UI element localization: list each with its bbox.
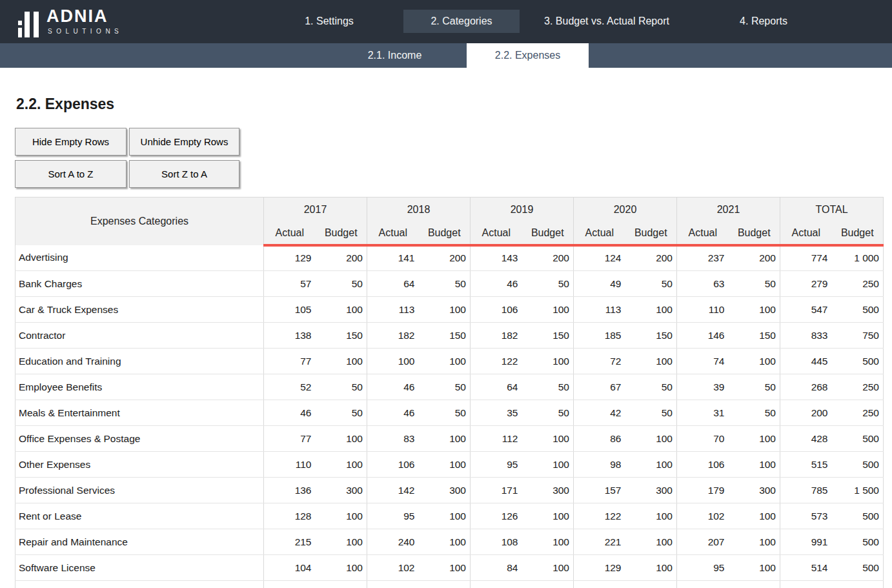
- budget-value-cell[interactable]: 50: [625, 374, 677, 400]
- actual-value-cell[interactable]: 98: [574, 452, 625, 478]
- budget-value-cell[interactable]: 100: [522, 555, 574, 581]
- actual-value-cell[interactable]: 77: [264, 426, 316, 452]
- actual-value-cell[interactable]: 67: [574, 374, 625, 400]
- budget-value-cell[interactable]: [729, 581, 780, 588]
- actual-value-cell[interactable]: 110: [677, 297, 729, 323]
- actual-value-cell[interactable]: 182: [471, 323, 522, 349]
- actual-value-cell[interactable]: 46: [471, 271, 522, 297]
- actual-value-cell[interactable]: 64: [367, 271, 419, 297]
- actual-value-cell[interactable]: 46: [367, 374, 419, 400]
- budget-value-cell[interactable]: 100: [316, 452, 367, 478]
- budget-value-cell[interactable]: 750: [832, 323, 884, 349]
- category-cell[interactable]: Other Expenses: [15, 452, 264, 478]
- budget-value-cell[interactable]: 200: [316, 245, 367, 271]
- actual-value-cell[interactable]: 46: [367, 400, 419, 426]
- budget-value-cell[interactable]: 100: [729, 555, 780, 581]
- budget-value-cell[interactable]: 50: [625, 271, 677, 297]
- category-cell[interactable]: Meals & Entertainment: [15, 400, 264, 426]
- budget-value-cell[interactable]: [419, 581, 471, 588]
- budget-value-cell[interactable]: 50: [316, 374, 367, 400]
- budget-value-cell[interactable]: 300: [419, 478, 471, 503]
- actual-value-cell[interactable]: 136: [264, 478, 316, 503]
- actual-value-cell[interactable]: 64: [471, 374, 522, 400]
- actual-value-cell[interactable]: 95: [471, 452, 522, 478]
- category-cell[interactable]: Bank Charges: [15, 271, 264, 297]
- budget-value-cell[interactable]: 50: [419, 400, 471, 426]
- budget-value-cell[interactable]: 50: [625, 400, 677, 426]
- budget-value-cell[interactable]: 50: [316, 400, 367, 426]
- actual-value-cell[interactable]: [367, 581, 419, 588]
- budget-value-cell[interactable]: 500: [832, 503, 884, 529]
- budget-value-cell[interactable]: 500: [832, 452, 884, 478]
- unhide-empty-rows-button[interactable]: Unhide Empty Rows: [129, 128, 239, 156]
- budget-value-cell[interactable]: 100: [625, 452, 677, 478]
- actual-value-cell[interactable]: 105: [264, 297, 316, 323]
- category-cell[interactable]: Rent or Lease: [15, 503, 264, 529]
- budget-value-cell[interactable]: 1 000: [832, 245, 884, 271]
- budget-value-cell[interactable]: 100: [729, 349, 780, 374]
- budget-value-cell[interactable]: 100: [419, 297, 471, 323]
- category-cell[interactable]: Software License: [15, 555, 264, 581]
- actual-value-cell[interactable]: 35: [471, 400, 522, 426]
- budget-value-cell[interactable]: 200: [522, 245, 574, 271]
- budget-value-cell[interactable]: 200: [419, 245, 471, 271]
- budget-value-cell[interactable]: 100: [316, 349, 367, 374]
- budget-value-cell[interactable]: 100: [729, 503, 780, 529]
- category-cell[interactable]: Office Expenses & Postage: [15, 426, 264, 452]
- actual-value-cell[interactable]: 106: [677, 452, 729, 478]
- actual-value-cell[interactable]: 268: [780, 374, 832, 400]
- budget-value-cell[interactable]: 100: [729, 529, 780, 555]
- actual-value-cell[interactable]: 104: [264, 555, 316, 581]
- budget-value-cell[interactable]: 100: [522, 297, 574, 323]
- budget-value-cell[interactable]: 200: [729, 245, 780, 271]
- actual-value-cell[interactable]: 179: [677, 478, 729, 503]
- actual-value-cell[interactable]: 31: [677, 400, 729, 426]
- budget-value-cell[interactable]: 300: [522, 478, 574, 503]
- budget-value-cell[interactable]: 1 500: [832, 478, 884, 503]
- budget-value-cell[interactable]: 100: [729, 297, 780, 323]
- actual-value-cell[interactable]: 57: [264, 271, 316, 297]
- actual-value-cell[interactable]: 146: [677, 323, 729, 349]
- budget-value-cell[interactable]: 50: [729, 374, 780, 400]
- budget-value-cell[interactable]: [316, 581, 367, 588]
- actual-value-cell[interactable]: 237: [677, 245, 729, 271]
- budget-value-cell[interactable]: 100: [316, 426, 367, 452]
- budget-value-cell[interactable]: 100: [625, 503, 677, 529]
- actual-value-cell[interactable]: 52: [264, 374, 316, 400]
- actual-value-cell[interactable]: 141: [367, 245, 419, 271]
- actual-value-cell[interactable]: 95: [367, 503, 419, 529]
- budget-value-cell[interactable]: 500: [832, 555, 884, 581]
- actual-value-cell[interactable]: 142: [367, 478, 419, 503]
- budget-value-cell[interactable]: 100: [316, 297, 367, 323]
- budget-value-cell[interactable]: 50: [316, 271, 367, 297]
- actual-value-cell[interactable]: 129: [264, 245, 316, 271]
- actual-value-cell[interactable]: 240: [367, 529, 419, 555]
- budget-value-cell[interactable]: 500: [832, 349, 884, 374]
- budget-value-cell[interactable]: 100: [419, 349, 471, 374]
- actual-value-cell[interactable]: [471, 581, 522, 588]
- actual-value-cell[interactable]: 49: [574, 271, 625, 297]
- budget-value-cell[interactable]: 300: [625, 478, 677, 503]
- actual-value-cell[interactable]: 95: [677, 555, 729, 581]
- actual-value-cell[interactable]: 39: [677, 374, 729, 400]
- actual-value-cell[interactable]: 182: [367, 323, 419, 349]
- sort-z-to-a-button[interactable]: Sort Z to A: [129, 160, 239, 188]
- actual-value-cell[interactable]: 428: [780, 426, 832, 452]
- budget-value-cell[interactable]: 150: [419, 323, 471, 349]
- actual-value-cell[interactable]: 171: [471, 478, 522, 503]
- nav-item-budget-vs-actual-report[interactable]: 3. Budget vs. Actual Report: [520, 10, 694, 33]
- actual-value-cell[interactable]: 833: [780, 323, 832, 349]
- budget-value-cell[interactable]: [832, 581, 884, 588]
- category-cell[interactable]: Contractor: [15, 323, 264, 349]
- budget-value-cell[interactable]: 100: [625, 555, 677, 581]
- budget-value-cell[interactable]: 250: [832, 400, 884, 426]
- actual-value-cell[interactable]: 547: [780, 297, 832, 323]
- budget-value-cell[interactable]: 100: [729, 452, 780, 478]
- actual-value-cell[interactable]: 215: [264, 529, 316, 555]
- budget-value-cell[interactable]: 50: [522, 271, 574, 297]
- actual-value-cell[interactable]: 100: [367, 349, 419, 374]
- actual-value-cell[interactable]: 774: [780, 245, 832, 271]
- budget-value-cell[interactable]: 150: [729, 323, 780, 349]
- budget-value-cell[interactable]: 100: [419, 503, 471, 529]
- budget-value-cell[interactable]: 50: [522, 400, 574, 426]
